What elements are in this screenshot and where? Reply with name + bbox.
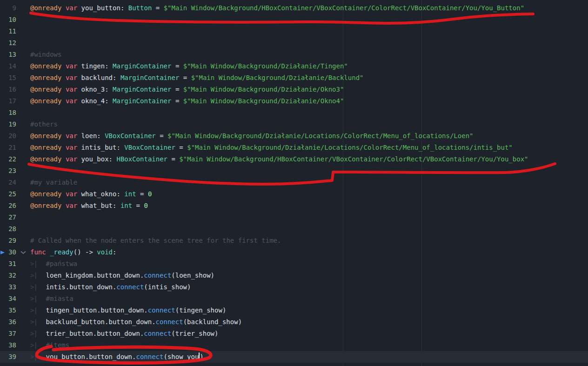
- code-token: :: [113, 248, 116, 256]
- line-number[interactable]: 35: [7, 305, 16, 316]
- line-number[interactable]: 37: [7, 328, 16, 339]
- code-line[interactable]: 11: [0, 26, 588, 37]
- line-number[interactable]: 31: [7, 258, 16, 270]
- code-line[interactable]: 20@onready var loen: VBoxContainer = $"M…: [0, 130, 588, 142]
- code-line[interactable]: 13#windows: [0, 49, 588, 60]
- code-token: var: [66, 74, 77, 81]
- code-text: >|trier_button.button_down.connect(trier…: [30, 328, 588, 339]
- code-line[interactable]: 25@onready var what_okno: int = 0: [0, 188, 588, 200]
- line-number[interactable]: 36: [7, 316, 16, 328]
- line-number[interactable]: 9: [7, 2, 16, 14]
- code-line[interactable]: 29# Called when the node enters the scen…: [0, 235, 588, 246]
- code-text: @onready var okno_4: MarginContainer = $…: [30, 95, 588, 107]
- code-line[interactable]: 14@onready var tingen: MarginContainer =…: [0, 60, 588, 72]
- code-token: you_button:: [77, 4, 128, 12]
- code-line[interactable]: 19#others: [0, 119, 588, 130]
- line-number[interactable]: 32: [7, 270, 16, 281]
- code-line[interactable]: 32>|loen_kingdom.button_down.connect(loe…: [0, 270, 588, 281]
- code-token: @onready: [30, 144, 61, 151]
- code-token: $"Main Window/Background/Działanie/Okno3…: [183, 86, 344, 93]
- code-text: [30, 107, 588, 119]
- code-text: func _ready() -> void:: [30, 246, 588, 258]
- line-number[interactable]: 14: [7, 60, 16, 72]
- fold-column: [16, 119, 30, 130]
- code-token: connect: [144, 272, 171, 279]
- code-token: =: [175, 144, 187, 151]
- line-number[interactable]: 10: [7, 14, 16, 26]
- line-number[interactable]: 12: [7, 37, 16, 49]
- code-line[interactable]: 22@onready var you_box: HBoxContainer = …: [0, 153, 588, 165]
- line-number[interactable]: 27: [7, 212, 16, 223]
- line-number[interactable]: 20: [7, 130, 16, 142]
- code-token: @onready: [30, 62, 61, 70]
- line-number[interactable]: 24: [7, 177, 16, 188]
- fold-column: [16, 153, 30, 165]
- code-token: $"Main Window/Background/HBoxContainer/V…: [164, 4, 524, 12]
- code-line[interactable]: 30func _ready() -> void:: [0, 246, 588, 258]
- gutter-margin: [0, 153, 7, 165]
- code-line[interactable]: 33>|intis.button_down.connect(intis_show…: [0, 281, 588, 293]
- code-line[interactable]: 28: [0, 223, 588, 235]
- code-line[interactable]: 9@onready var you_button: Button = $"Mai…: [0, 2, 588, 14]
- code-text: [30, 223, 588, 235]
- code-line[interactable]: 17@onready var okno_4: MarginContainer =…: [0, 95, 588, 107]
- fold-column: [16, 60, 30, 72]
- code-token: =: [152, 4, 163, 12]
- gutter-margin: [0, 200, 7, 212]
- code-line[interactable]: 36>|backlund_button.button_down.connect(…: [0, 316, 588, 328]
- gutter-margin: [0, 130, 7, 142]
- gutter-margin: [0, 270, 7, 281]
- code-line[interactable]: 21@onready var intis_but: VBoxContainer …: [0, 142, 588, 153]
- line-number[interactable]: 19: [7, 119, 16, 130]
- line-number[interactable]: 28: [7, 223, 16, 235]
- code-line[interactable]: 16@onready var okno_3: MarginContainer =…: [0, 84, 588, 95]
- gutter-margin: [0, 26, 7, 37]
- code-line[interactable]: 27: [0, 212, 588, 223]
- code-line[interactable]: 38>|#items: [0, 339, 588, 351]
- code-line[interactable]: 39>|you_button.button_down.connect(show_…: [0, 351, 588, 363]
- line-number[interactable]: 23: [7, 165, 16, 177]
- line-number[interactable]: 22: [7, 153, 16, 165]
- code-token: (intis_show): [144, 283, 191, 291]
- code-token: backlund_button.button_down.: [46, 318, 156, 326]
- fold-column: [16, 2, 30, 14]
- code-line[interactable]: 23: [0, 165, 588, 177]
- code-line[interactable]: 34>|#miasta: [0, 293, 588, 305]
- line-number[interactable]: 30: [7, 246, 16, 258]
- gutter-margin: [0, 293, 7, 305]
- code-line[interactable]: 31>|#państwa: [0, 258, 588, 270]
- code-token: MarginContainer: [113, 62, 171, 70]
- code-token: $"Main Window/Background/HBoxContainer/V…: [179, 155, 528, 163]
- fold-chevron-down-icon[interactable]: [16, 246, 30, 258]
- code-token: [61, 62, 65, 70]
- code-token: what_but:: [77, 202, 120, 209]
- code-token: VBoxContainer: [124, 144, 175, 151]
- code-line[interactable]: 24#my variable: [0, 177, 588, 188]
- code-line[interactable]: 10: [0, 14, 588, 26]
- gutter-margin: [0, 316, 7, 328]
- line-number[interactable]: 25: [7, 188, 16, 200]
- code-token: #others: [30, 120, 58, 128]
- code-text: >|you_button.button_down.connect(show_yo…: [30, 351, 588, 363]
- line-number[interactable]: 13: [7, 49, 16, 60]
- line-number[interactable]: 39: [7, 351, 16, 363]
- code-line[interactable]: 18: [0, 107, 588, 119]
- line-number[interactable]: 11: [7, 26, 16, 37]
- code-line[interactable]: 35>|tingen_button.button_down.connect(ti…: [0, 305, 588, 316]
- code-line[interactable]: 26@onready var what_but: int = 0: [0, 200, 588, 212]
- code-line[interactable]: 15@onready var backlund: MarginContainer…: [0, 72, 588, 84]
- line-number[interactable]: 26: [7, 200, 16, 212]
- line-number[interactable]: 21: [7, 142, 16, 153]
- line-number[interactable]: 17: [7, 95, 16, 107]
- code-line[interactable]: 12: [0, 37, 588, 49]
- code-token: @onready: [30, 190, 61, 198]
- line-number[interactable]: 15: [7, 72, 16, 84]
- line-number[interactable]: 33: [7, 281, 16, 293]
- code-line[interactable]: 37>|trier_button.button_down.connect(tri…: [0, 328, 588, 339]
- line-number[interactable]: 34: [7, 293, 16, 305]
- code-token: $"Main Window/Background/Działanie/Backl…: [191, 74, 364, 81]
- line-number[interactable]: 29: [7, 235, 16, 246]
- line-number[interactable]: 18: [7, 107, 16, 119]
- line-number[interactable]: 16: [7, 84, 16, 95]
- line-number[interactable]: 38: [7, 339, 16, 351]
